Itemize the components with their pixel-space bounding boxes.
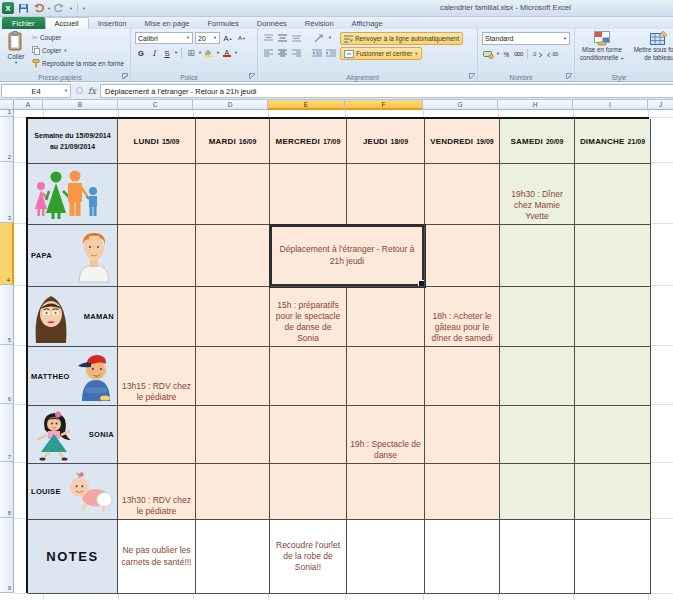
paste-dropdown[interactable]: ▼ — [14, 61, 18, 65]
underline-button[interactable]: S — [161, 47, 173, 59]
name-box[interactable]: E4 ▼ — [1, 84, 71, 98]
cell-mattheo-mardi[interactable] — [196, 347, 270, 406]
bold-button[interactable]: G — [135, 47, 147, 59]
cell-family-jeudi[interactable] — [347, 164, 425, 225]
font-size-dropdown[interactable]: ▼ — [213, 36, 217, 40]
cell-notes-samedi[interactable] — [500, 520, 575, 594]
conditional-formatting-button[interactable]: Mise en forme conditionnelle ▼ — [577, 31, 627, 77]
week-header-cell[interactable]: Semaine du 15/09/2014 au 21/09/2014 — [28, 119, 118, 164]
cell-notes-lundi[interactable]: Ne pas oublier les carnets de santé!!! — [118, 520, 196, 594]
row-header-2[interactable]: 2 — [0, 117, 14, 162]
font-color-button[interactable]: A — [221, 47, 233, 59]
tab-mise-en-page[interactable]: Mise en page — [135, 17, 198, 29]
merge-center-dropdown[interactable]: ▼ — [414, 52, 418, 56]
fill-color-dropdown[interactable]: ▼ — [216, 51, 220, 55]
row-header-3[interactable]: 3 — [0, 162, 14, 223]
cell-mattheo-vendredi[interactable] — [425, 347, 500, 406]
cell-family-mercredi[interactable] — [270, 164, 347, 225]
column-header-H[interactable]: H — [498, 100, 573, 110]
thousands-button[interactable]: 000 — [513, 48, 524, 60]
number-format-dropdown[interactable]: ▼ — [563, 37, 567, 41]
decrease-indent-button[interactable] — [310, 47, 323, 59]
increase-indent-button[interactable] — [324, 47, 337, 59]
day-header-samedi[interactable]: SAMEDI20/09 — [500, 119, 575, 164]
select-all-corner[interactable] — [0, 100, 14, 110]
cell-notes-mardi[interactable] — [196, 520, 270, 594]
cell-notes-vendredi[interactable] — [425, 520, 500, 594]
redo-dropdown[interactable]: ▼ — [69, 6, 73, 11]
row-header-1[interactable]: 1 — [0, 110, 14, 117]
column-header-C[interactable]: C — [118, 100, 193, 110]
align-bottom-button[interactable] — [290, 32, 303, 44]
save-button[interactable] — [17, 2, 29, 14]
number-dialog-launcher[interactable] — [566, 73, 572, 79]
column-header-I[interactable]: I — [573, 100, 648, 110]
orientation-button[interactable] — [310, 32, 328, 44]
cell-louise-mercredi[interactable] — [270, 464, 347, 520]
column-header-B[interactable]: B — [43, 100, 118, 110]
column-header-F[interactable]: F — [345, 100, 423, 110]
borders-dropdown[interactable]: ▼ — [198, 51, 202, 55]
cell-papa-dimanche[interactable] — [575, 225, 651, 287]
cell-sonia-jeudi[interactable]: 19h : Spectacle de danse — [347, 406, 425, 464]
row-header-5[interactable]: 5 — [0, 285, 14, 345]
align-center-button[interactable] — [276, 47, 289, 59]
cell-maman-mercredi[interactable]: 15h : préparatifs pour le spectacle de d… — [270, 287, 347, 347]
percent-button[interactable]: % — [501, 48, 512, 60]
cell-maman-lundi[interactable] — [118, 287, 196, 347]
tab-formules[interactable]: Formules — [199, 17, 248, 29]
name-box-dropdown[interactable]: ▼ — [64, 89, 68, 93]
day-header-lundi[interactable]: LUNDI15/09 — [118, 119, 196, 164]
day-header-mardi[interactable]: MARDI16/09 — [196, 119, 270, 164]
insert-function-icon[interactable]: fx — [88, 86, 96, 96]
louise-row-header[interactable]: LOUISE — [28, 464, 118, 520]
orientation-dropdown[interactable]: ▼ — [328, 36, 332, 40]
font-name-dropdown[interactable]: ▼ — [186, 36, 190, 40]
copy-button[interactable]: Copier ▼ — [32, 45, 124, 56]
paste-button[interactable]: Coller ▼ — [3, 31, 29, 76]
customize-qat-dropdown[interactable]: ▼ — [82, 6, 86, 11]
day-header-jeudi[interactable]: JEUDI18/09 — [347, 119, 425, 164]
tab-révision[interactable]: Révision — [296, 17, 343, 29]
align-top-button[interactable] — [262, 32, 275, 44]
column-header-G[interactable]: G — [423, 100, 498, 110]
sonia-row-header[interactable]: SONIA — [28, 406, 118, 464]
cell-family-samedi[interactable]: 19h30 : Dîner chez Mamie Yvette — [500, 164, 575, 225]
borders-button[interactable]: ⊞ — [185, 47, 197, 59]
tab-fichier[interactable]: Fichier — [2, 17, 45, 29]
font-dialog-launcher[interactable] — [249, 73, 255, 79]
number-format-combo[interactable]: Standard ▼ — [482, 32, 570, 45]
cell-louise-mardi[interactable] — [196, 464, 270, 520]
notes-row-header[interactable]: NOTES — [28, 520, 118, 594]
cell-papa-mardi[interactable] — [196, 225, 270, 287]
mattheo-row-header[interactable]: MATTHEO — [28, 347, 118, 406]
day-header-mercredi[interactable]: MERCREDI17/09 — [270, 119, 347, 164]
undo-dropdown[interactable]: ▼ — [47, 6, 51, 11]
align-middle-button[interactable] — [276, 32, 289, 44]
tab-accueil[interactable]: Accueil — [45, 17, 89, 29]
cell-notes-jeudi[interactable] — [347, 520, 425, 594]
papa-row-header[interactable]: PAPA — [28, 225, 118, 287]
font-size-combo[interactable]: 20 ▼ — [195, 32, 220, 44]
font-name-combo[interactable]: Calibri ▼ — [135, 32, 193, 44]
cell-mattheo-lundi[interactable]: 13h15 : RDV chez le pédiatre — [118, 347, 196, 406]
row-header-7[interactable]: 7 — [0, 404, 14, 462]
cell-louise-dimanche[interactable] — [575, 464, 651, 520]
cut-button[interactable]: ✂ Couper — [32, 32, 124, 43]
wrap-text-button[interactable]: Renvoyer à la ligne automatiquement — [340, 32, 463, 45]
copy-dropdown[interactable]: ▼ — [63, 49, 67, 53]
redo-button[interactable] — [54, 2, 66, 14]
column-header-A[interactable]: A — [14, 100, 43, 110]
cell-family-lundi[interactable] — [118, 164, 196, 225]
cell-louise-jeudi[interactable] — [347, 464, 425, 520]
clipboard-dialog-launcher[interactable] — [122, 73, 128, 79]
excel-app-icon[interactable]: X — [2, 2, 14, 14]
tab-données[interactable]: Données — [248, 17, 296, 29]
cell-sonia-mardi[interactable] — [196, 406, 270, 464]
cell-mattheo-dimanche[interactable] — [575, 347, 651, 406]
cell-sonia-vendredi[interactable] — [425, 406, 500, 464]
cell-mattheo-samedi[interactable] — [500, 347, 575, 406]
cell-mattheo-mercredi[interactable] — [270, 347, 347, 406]
cell-sonia-mercredi[interactable] — [270, 406, 347, 464]
cell-mattheo-jeudi[interactable] — [347, 347, 425, 406]
